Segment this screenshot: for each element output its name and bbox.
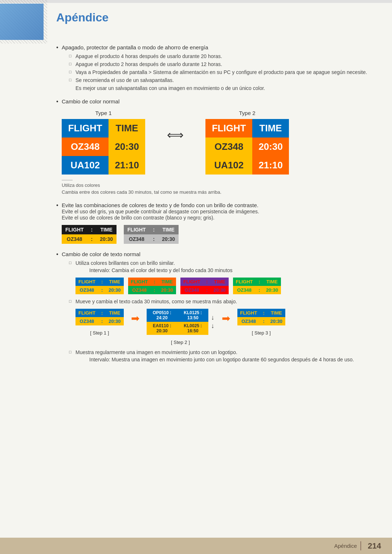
bullet4-text: Cambio de color de texto normal [62,251,140,257]
ct1-2030: 20:30 [106,286,123,294]
gray-flight: FLIGHT [124,225,150,234]
step3-table: FLIGHT : TIME OZ348 : 20:30 [237,309,286,325]
down-arrow2-icon: ↓ [211,322,215,330]
ct1-oz: OZ348 [75,286,98,294]
ct3-flight: FLIGHT [180,278,203,286]
type2-block: Type 2 FLIGHT TIME OZ348 20:30 U [205,110,289,175]
footer-divider [360,541,361,550]
type2-oz: OZ348 [205,138,252,156]
gray-time: TIME [158,225,179,234]
ct2-2030: 20:30 [158,286,176,294]
type1-time: TIME [109,119,145,138]
sub4-2-text: Mueve y cambia el texto cada 30 minutos,… [75,299,237,304]
list-item-3: Evite las combinaciones de colores de te… [56,202,381,244]
ct2-time: TIME [158,278,176,286]
gray-oz: OZ348 [124,234,150,244]
type1-block: Type 1 FLIGHT TIME OZ348 20:30 U [62,110,145,175]
bullet1-text: Apagado, protector de pantalla o modo de… [62,44,208,50]
step1-colon2: : [98,317,106,325]
sub-item-1-3: Vaya a Propiedades de pantalla > Sistema… [69,69,381,75]
step2-row2-col1: EA0110 : 20:30 [147,322,178,335]
step3-label: [ Step 3 ] [252,330,271,336]
dark-flight-table: FLIGHT : TIME OZ348 : 20:30 [62,225,117,244]
type1-2110: 21:10 [109,156,145,175]
ct4-colon2: : [256,286,263,294]
type1-flight: FLIGHT [62,119,109,138]
step2-row2-col2: KL0025 : 16:50 [177,322,208,335]
type2-table: FLIGHT TIME OZ348 20:30 UA102 21:10 [205,119,289,175]
ct2-flight: FLIGHT [128,278,151,286]
ct3-colon1: : [203,278,211,286]
step2-row1-col1: OP0510 : 24:20 [147,309,178,322]
ct1-colon1: : [98,278,106,286]
bullet1-note: Es mejor usar un salvapantallas con una … [75,85,381,91]
gray-2030: 20:30 [158,234,179,244]
type1-oz: OZ348 [62,138,109,156]
footer: Apéndice 214 [0,538,392,554]
types-row: Type 1 FLIGHT TIME OZ348 20:30 U [62,110,381,175]
main-content: Apéndice Apagado, protector de pantalla … [56,0,381,391]
type2-2110: 21:10 [252,156,289,175]
type1-label: Type 1 [95,110,111,116]
sub-item-1-4: Se recomienda el uso de un salvapantalla… [69,77,381,83]
dark-colon1: : [87,225,97,234]
step1-label: [ Step 1 ] [90,330,109,336]
gray-flight-table: FLIGHT : TIME OZ348 : 20:30 [124,225,179,244]
step1-block: FLIGHT : TIME OZ348 : 20:30 [ [75,309,124,336]
sub4-note1: Intervalo: Cambia el color del texto y d… [89,267,381,273]
color-table-4: FLIGHT : TIME OZ348 : 20:30 [233,278,281,294]
sub4-3-text: Muestra regularmente una imagen en movim… [75,349,237,355]
step2-inner: OP0510 : 24:20 KL0125 : 13:50 EA0110 : 2… [147,309,215,335]
colored-tables-row: FLIGHT : TIME OZ348 : 20:30 [75,278,381,294]
sub-item-4-1: Utiliza colores brillantes con un brillo… [69,260,381,294]
ct3-2030: 20:30 [211,286,228,294]
dark-flight: FLIGHT [62,225,87,234]
sub-note2: Cambia entre dos colores cada 30 minutos… [62,189,381,195]
step1-time: TIME [106,309,123,317]
type2-time: TIME [252,119,289,138]
type2-flight: FLIGHT [205,119,252,138]
main-list: Apagado, protector de pantalla o modo de… [56,44,381,362]
sub-item-4-2: Mueve y cambia el texto cada 30 minutos,… [69,299,381,345]
bullet2-text: Cambio de color normal [62,98,119,104]
step3-flight: FLIGHT [237,309,260,317]
sub-list-1: Apague el producto 4 horas después de us… [69,53,381,83]
left-accent [0,0,47,44]
step3-2030: 20:30 [268,317,285,325]
bullet3-note2: Evite el uso de colores de brillo con co… [62,215,215,221]
step-arrow1-container: ➡ [131,312,139,324]
ct4-colon1: : [256,278,263,286]
double-arrow-icon: ⟺ [167,128,184,142]
step2-label: [ Step 2 ] [171,340,190,345]
color-table-3: FLIGHT : TIME OZ348 : 20:30 [180,278,229,294]
ct2-colon2: : [151,286,158,294]
ct2-colon1: : [151,278,158,286]
step3-oz: OZ348 [237,317,260,325]
step1-2030: 20:30 [106,317,123,325]
step2-arrows: ↓ ↓ [211,314,215,330]
bullet3-note1: Evite el uso del gris, ya que puede cont… [62,209,259,214]
bullet3-text: Evite las combinaciones de colores de te… [62,202,258,208]
steps-row: FLIGHT : TIME OZ348 : 20:30 [ [75,309,381,345]
list-item-4: Cambio de color de texto normal Utiliza … [56,251,381,362]
step2-table: OP0510 : 24:20 KL0125 : 13:50 EA0110 : 2… [147,309,208,335]
ct4-2030: 20:30 [263,286,281,294]
sub-note1: Utiliza dos colores [62,182,381,188]
step-arrow1-icon: ➡ [131,312,139,324]
step3-colon1: : [260,309,267,317]
list-item-2: Cambio de color normal Type 1 FLIGHT TIM… [56,98,381,195]
types-section: Type 1 FLIGHT TIME OZ348 20:30 U [62,110,381,175]
ct3-colon2: : [203,286,211,294]
ct4-time: TIME [263,278,281,286]
type2-ua: UA102 [205,156,252,175]
ct1-colon2: : [98,286,106,294]
ct4-flight: FLIGHT [233,278,256,286]
dark-colon2: : [87,234,97,244]
dark-time: TIME [96,225,117,234]
gray-colon2: : [150,234,159,244]
step1-colon1: : [98,309,106,317]
sub-item-1-2: Apague el producto 2 horas después de us… [69,61,381,67]
underline-divider [62,180,73,180]
step3-time: TIME [268,309,285,317]
sub-item-4-3: Muestra regularmente una imagen en movim… [69,349,381,362]
